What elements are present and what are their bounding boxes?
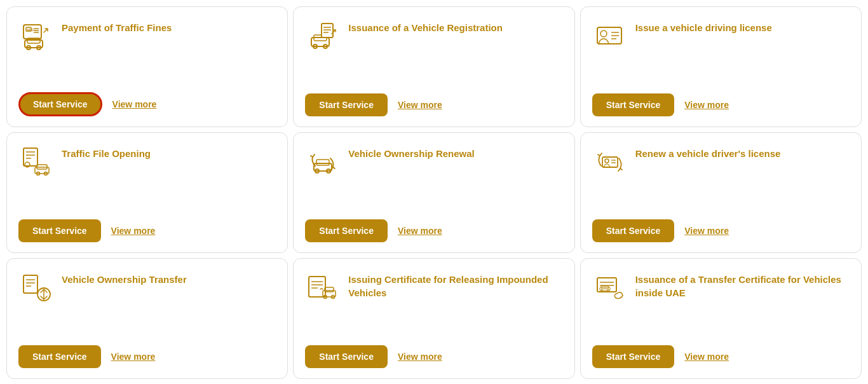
card-title: Traffic File Opening [62,144,151,160]
vehicle-registration-icon [305,18,341,54]
start-service-button[interactable]: Start Service [305,93,388,116]
card-impounded-vehicles: Issuing Certificate for Releasing Impoun… [293,258,574,379]
view-more-button[interactable]: View more [112,99,157,109]
svg-text:AED: AED [27,28,34,32]
card-actions: Start Service View more [592,93,850,116]
services-grid: AED Payment of Traffic Fines Start Servi… [6,6,862,379]
start-service-button[interactable]: Start Service [18,345,101,368]
ownership-transfer-icon [18,270,54,306]
start-service-button[interactable]: Start Service [592,93,675,116]
card-actions: Start Service View more [305,345,562,368]
card-title: Issue a vehicle driving license [635,18,772,34]
view-more-button[interactable]: View more [398,100,442,110]
view-more-button[interactable]: View more [398,352,442,362]
impounded-vehicles-icon [305,270,341,306]
card-actions: Start Service View more [592,219,850,242]
card-title: Issuance of a Vehicle Registration [348,18,503,34]
svg-rect-40 [24,275,37,293]
start-service-button[interactable]: Start Service [18,92,102,116]
card-actions: Start Service View more [305,219,562,242]
view-more-button[interactable]: View more [684,352,729,362]
card-title: Issuance of a Transfer Certificate for V… [635,270,850,299]
card-title: Issuing Certificate for Releasing Impoun… [348,270,562,299]
start-service-button[interactable]: Start Service [592,345,675,368]
card-payment-traffic-fines: AED Payment of Traffic Fines Start Servi… [6,6,288,127]
card-title: Vehicle Ownership Renewal [348,144,474,160]
card-renew-driver-license: Renew a vehicle driver's license Start S… [580,132,862,253]
view-more-button[interactable]: View more [111,226,156,236]
card-title: Renew a vehicle driver's license [635,144,781,160]
card-actions: Start Service View more [18,92,276,116]
card-actions: Start Service View more [305,93,562,116]
card-header: Issue a vehicle driving license [592,18,850,83]
svg-point-19 [600,31,607,37]
card-header: AED Payment of Traffic Fines [18,18,276,82]
traffic-file-icon [18,144,54,180]
card-actions: Start Service View more [18,219,276,242]
card-vehicle-registration: Issuance of a Vehicle Registration Start… [293,6,574,127]
svg-rect-51 [325,287,334,292]
ownership-renewal-icon [305,144,341,180]
renew-license-icon [592,144,628,180]
start-service-button[interactable]: Start Service [18,219,101,242]
start-service-button[interactable]: Start Service [592,219,675,242]
card-ownership-transfer: Vehicle Ownership Transfer Start Service… [6,258,288,379]
card-header: Renew a vehicle driver's license [592,144,850,209]
start-service-button[interactable]: Start Service [305,345,388,368]
view-more-button[interactable]: View more [398,226,442,236]
svg-rect-0 [24,25,41,39]
transfer-certificate-icon [592,270,628,306]
view-more-button[interactable]: View more [684,100,729,110]
card-title: Vehicle Ownership Transfer [62,270,187,286]
card-ownership-renewal: Vehicle Ownership Renewal Start Service … [293,132,574,253]
card-header: Traffic File Opening [18,144,276,209]
svg-rect-14 [322,24,333,38]
traffic-fines-icon: AED [18,18,54,54]
view-more-button[interactable]: View more [111,352,156,362]
card-transfer-certificate: Issuance of a Transfer Certificate for V… [580,258,862,379]
card-title: Payment of Traffic Fines [62,18,172,34]
card-header: Vehicle Ownership Transfer [18,270,276,335]
card-header: Issuance of a Vehicle Registration [305,18,562,83]
svg-point-37 [605,159,609,163]
card-header: Issuing Certificate for Releasing Impoun… [305,270,562,335]
card-traffic-file-opening: Traffic File Opening Start Service View … [6,132,288,253]
card-header: Issuance of a Transfer Certificate for V… [592,270,850,335]
start-service-button[interactable]: Start Service [305,219,388,242]
card-actions: Start Service View more [18,345,276,368]
svg-rect-33 [316,160,329,165]
card-driving-license: Issue a vehicle driving license Start Se… [580,6,862,127]
view-more-button[interactable]: View more [684,226,729,236]
card-actions: Start Service View more [592,345,850,368]
card-header: Vehicle Ownership Renewal [305,144,562,209]
driving-license-icon [592,18,628,54]
